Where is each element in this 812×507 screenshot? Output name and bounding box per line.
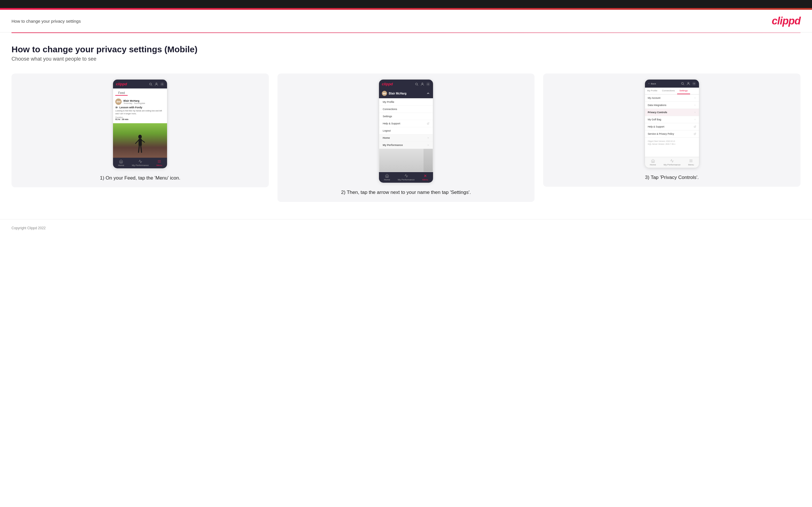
menu-icon <box>157 159 161 163</box>
step2-avatar: BM <box>382 91 387 96</box>
step2-connections-label: Connections <box>383 108 397 111</box>
svg-line-26 <box>695 126 696 127</box>
step2-menu-connections[interactable]: Connections <box>379 106 433 113</box>
step3-nav-home[interactable]: Home <box>650 159 656 166</box>
step3-version-line2: GQL Server Version: 2022.7.30-1 <box>648 143 696 146</box>
step2-home-section-label: Home <box>383 136 390 139</box>
svg-point-18 <box>427 83 429 85</box>
step1-feed-post: BM Blair McHarg Yesterday · Sunningdale … <box>113 97 167 123</box>
step2-help-label: Help & Support <box>383 122 400 125</box>
step2-menu-logout[interactable]: Logout <box>379 127 433 134</box>
step2-nav-performance-label: My Performance <box>398 178 415 181</box>
step3-tab-connections[interactable]: Connections <box>660 88 677 94</box>
svg-point-3 <box>162 83 163 85</box>
golfer-figure <box>134 135 146 155</box>
step3-item-privacycontrols[interactable]: Privacy Controls <box>645 109 699 116</box>
svg-point-17 <box>422 83 423 84</box>
step1-phone-footer: Home My Performance Menu <box>113 158 167 168</box>
step2-close-icon <box>423 174 427 178</box>
step2-performance-icon <box>404 174 408 178</box>
step3-settings-list: My Account Data Integrations Privacy Con… <box>645 95 699 137</box>
step-1-phone: clippd Feed BM Blair Mc <box>113 79 167 169</box>
header: How to change your privacy settings clip… <box>0 10 812 33</box>
step1-post-title: Lesson with Fordy <box>115 106 165 109</box>
step2-phone-logo: clippd <box>382 82 393 86</box>
svg-line-8 <box>136 140 139 143</box>
step1-feed-tab: Feed <box>113 89 167 97</box>
external-link-icon <box>427 122 429 125</box>
step1-nav-home[interactable]: Home <box>118 159 124 167</box>
step3-serviceprivacy-label: Service & Privacy Policy <box>648 132 674 135</box>
step2-search-icon <box>415 82 419 86</box>
step1-nav-performance-label: My Performance <box>132 164 149 167</box>
settings-icon <box>160 82 164 86</box>
user-icon <box>154 82 158 86</box>
step2-settings-label: Settings <box>383 115 392 118</box>
step3-tab-myprofile[interactable]: My Profile <box>645 88 660 94</box>
step1-nav-performance[interactable]: My Performance <box>132 159 149 167</box>
step3-tab-settings[interactable]: Settings <box>677 88 690 94</box>
step-2-card: clippd BM Blair McHarg <box>277 73 535 202</box>
step1-duration: Duration01 hr : 30 min <box>115 116 165 120</box>
top-bar <box>0 0 812 8</box>
search-icon <box>149 82 153 86</box>
step2-nav-home[interactable]: Home <box>384 174 390 181</box>
step1-nav-menu-label: Menu <box>156 164 162 167</box>
step3-nav-home-label: Home <box>650 163 656 166</box>
step3-privacycontrols-label: Privacy Controls <box>648 111 667 114</box>
step2-menu-settings[interactable]: Settings <box>379 113 433 120</box>
step3-item-mygolfbag[interactable]: My Golf Bag <box>645 116 699 123</box>
step3-chevron-4 <box>694 118 696 121</box>
page-subheading: Choose what you want people to see <box>11 56 801 62</box>
step-2-phone: clippd BM Blair McHarg <box>379 79 433 183</box>
step2-nav-menu[interactable]: Menu <box>422 174 428 181</box>
svg-point-24 <box>688 82 689 83</box>
step3-chevron-2 <box>694 104 696 106</box>
step3-nav-performance[interactable]: My Performance <box>664 159 680 166</box>
step1-nav-menu[interactable]: Menu <box>156 159 162 167</box>
step2-menu-myprofile[interactable]: My Profile <box>379 99 433 106</box>
svg-line-1 <box>152 85 152 86</box>
step3-home-icon <box>651 159 655 163</box>
step3-item-myaccount[interactable]: My Account <box>645 95 699 102</box>
logo: clippd <box>772 15 801 27</box>
video-icon <box>115 106 118 109</box>
step2-nav-menu-label: Menu <box>422 178 428 181</box>
step3-myaccount-label: My Account <box>648 97 660 99</box>
step3-item-helpsupport[interactable]: Help & Support <box>645 123 699 130</box>
step2-home-icon <box>385 174 389 178</box>
step3-item-dataintegrations[interactable]: Data Integrations <box>645 102 699 109</box>
step-1-card: clippd Feed BM Blair Mc <box>11 73 269 187</box>
performance-icon <box>138 159 142 163</box>
svg-line-19 <box>428 123 429 124</box>
step3-phone-icons <box>680 81 696 86</box>
svg-line-27 <box>695 133 696 134</box>
feed-tab-label: Feed <box>115 90 128 96</box>
svg-rect-7 <box>139 139 142 146</box>
step3-version-line1: Clippd Client Version: 2022.8.3-3 <box>648 140 696 143</box>
svg-rect-4 <box>115 107 117 108</box>
step2-menu-help[interactable]: Help & Support <box>379 120 433 127</box>
step1-phone-header: clippd <box>113 79 167 89</box>
step2-myprofile-label: My Profile <box>383 101 394 103</box>
step2-username: Blair McHarg <box>389 92 407 95</box>
step3-back-btn[interactable]: Back <box>648 82 656 85</box>
step3-item-serviceprivacy[interactable]: Service & Privacy Policy <box>645 130 699 137</box>
step3-nav-menu[interactable]: Menu <box>688 159 694 166</box>
step2-feed-bg <box>379 149 433 172</box>
step-2-caption: 2) Then, tap the arrow next to your name… <box>341 189 471 196</box>
step1-post-desc: Looking to feel like my hands are exitin… <box>115 109 165 115</box>
footer-copyright: Copyright Clippd 2022 <box>11 226 46 230</box>
step2-menu-home-section[interactable]: Home <box>379 134 433 142</box>
step2-phone-header: clippd <box>379 79 433 89</box>
step2-nav-performance[interactable]: My Performance <box>398 174 415 181</box>
step2-nav-home-label: Home <box>384 178 390 181</box>
step3-search-icon <box>680 81 684 86</box>
step3-chevron-1 <box>694 97 696 99</box>
back-chevron-icon <box>648 82 650 85</box>
step-3-caption: 3) Tap 'Privacy Controls'. <box>645 174 699 181</box>
step2-menu-performance-section[interactable]: My Performance <box>379 142 433 149</box>
chevron-up-icon <box>426 91 430 95</box>
step3-helpsupport-label: Help & Support <box>648 125 664 128</box>
step3-nav-menu-label: Menu <box>688 163 694 166</box>
